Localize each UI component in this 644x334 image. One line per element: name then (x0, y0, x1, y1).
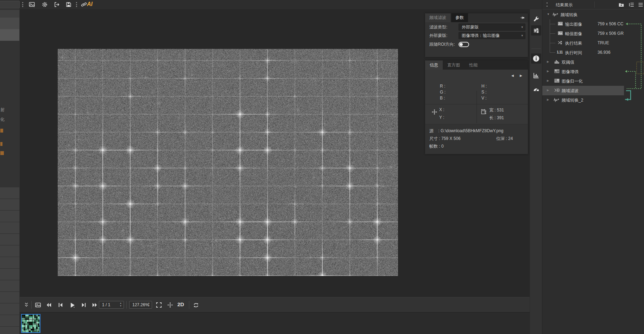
spin-up-icon[interactable]: ▲ (148, 302, 150, 304)
collapse-chevrons-icon[interactable] (23, 302, 30, 309)
sidebar-row[interactable] (0, 315, 19, 327)
tools-wrench-icon[interactable] (531, 14, 541, 24)
expander-closed-icon[interactable]: ▶ (547, 60, 549, 63)
width-label: 宽 : (489, 108, 496, 113)
tree-node-label: 频域转换_2 (562, 97, 583, 103)
tab-info[interactable]: 信息 (425, 60, 443, 70)
spin-up-icon[interactable]: ▲ (120, 302, 122, 304)
tab-parameters[interactable]: 参数 (451, 13, 468, 22)
sidebar-row[interactable] (0, 187, 19, 199)
loop-playback-button[interactable] (192, 302, 200, 309)
filter-type-value: 外部蒙版 (462, 24, 479, 30)
image-list-button[interactable] (35, 302, 42, 309)
height-label: 长 : (489, 115, 496, 120)
previous-frame-button[interactable] (57, 302, 64, 309)
tree-item-value: TRUE (598, 40, 625, 45)
tree-node-freq-transform[interactable]: ▼ 频域转换 (542, 10, 644, 19)
sidebar-row[interactable] (0, 269, 19, 280)
tree-node-double-threshold[interactable]: ▶ 双阈值 (542, 57, 644, 67)
export-button[interactable] (53, 1, 60, 8)
page-left-icon[interactable]: ◀ (511, 74, 514, 77)
filter-type-dropdown[interactable]: 外部蒙版 ▾ (459, 24, 525, 31)
spin-down-icon[interactable]: ▼ (120, 304, 122, 307)
skip-to-end-button[interactable] (91, 302, 99, 309)
sidebar-row[interactable] (0, 211, 19, 222)
tab-histogram[interactable]: 直方图 (443, 60, 465, 70)
sidebar-row[interactable] (0, 245, 19, 257)
tree-item-output-image[interactable]: 输出图像 759 x 506 CC (542, 19, 644, 29)
add-folder-icon[interactable] (618, 2, 624, 8)
param-tab-bar: 频域滤波 参数 (425, 13, 528, 22)
expander-open-icon[interactable]: ▼ (547, 13, 550, 16)
sidebar-row[interactable] (0, 10, 19, 18)
thumbnail-strip (20, 312, 530, 334)
save-button[interactable] (65, 1, 72, 8)
tree-item-exec-result[interactable]: 执行结果 TRUE (542, 38, 644, 48)
page-right-icon[interactable]: ▶ (520, 74, 522, 77)
performance-gauge-icon[interactable] (531, 84, 541, 95)
result-shuffle-icon (558, 40, 563, 45)
image-viewport[interactable]: 1 / 1 ▲▼ 127.26% ▲▼ 2D (20, 9, 530, 334)
expander-closed-icon[interactable]: ▶ (547, 70, 549, 73)
center-crosshair-button[interactable] (167, 302, 174, 309)
sidebar-header-stub (0, 1, 20, 8)
ai-link-icon[interactable] (81, 1, 87, 8)
external-mask-dropdown[interactable]: 图像增强：输出图像 ▾ (459, 32, 525, 39)
sidebar-row[interactable] (0, 222, 19, 234)
tree-node-image-normalize[interactable]: ▶ 图像归一化 (542, 76, 644, 86)
settings-gear-button[interactable] (42, 1, 48, 8)
bit-depth-value: 24 (508, 136, 513, 141)
zoom-level-spinner[interactable]: 127.26% ▲▼ (129, 301, 152, 309)
divider (189, 301, 189, 309)
sidebar-row[interactable] (0, 280, 19, 292)
filter-icon (554, 88, 560, 92)
parameters-sliders-icon[interactable] (531, 25, 541, 36)
menu-icon[interactable] (638, 2, 644, 8)
ai-label[interactable]: AI (87, 1, 93, 7)
external-mask-row: 外部蒙版: 图像增强：输出图像 ▾ (425, 31, 528, 40)
sidebar-row[interactable] (0, 327, 19, 334)
clipped-label: 射 (0, 107, 5, 113)
tree-item-magnitude-image[interactable]: 幅值图像 759 x 506 GR (542, 29, 644, 38)
sidebar-row[interactable] (0, 257, 19, 269)
selected-thumbnail[interactable] (21, 314, 40, 333)
mode-2d-button[interactable]: 2D (177, 301, 184, 307)
drag-handle-icon[interactable] (547, 2, 548, 7)
play-button[interactable] (69, 302, 76, 309)
skip-to-start-button[interactable] (45, 302, 52, 309)
pin-icon[interactable] (520, 15, 525, 20)
expander-closed-icon[interactable]: ▶ (547, 98, 549, 101)
open-image-button[interactable] (29, 1, 35, 8)
sidebar-row[interactable] (0, 199, 19, 211)
histogram-icon[interactable] (531, 70, 541, 81)
collapse-tree-icon[interactable] (629, 2, 634, 8)
sidebar-list (0, 187, 20, 334)
next-frame-button[interactable] (81, 302, 88, 309)
fft-spectrum-image[interactable] (58, 49, 398, 276)
tab-performance[interactable]: 性能 (465, 60, 482, 70)
tree-item-exec-time[interactable]: 1.11 执行时间 36.936 (542, 48, 644, 57)
frame-count-label: 帧数 : (429, 144, 440, 149)
sidebar-row-selected[interactable] (0, 30, 19, 41)
sidebar-row[interactable] (0, 18, 19, 30)
h-label: H : (481, 84, 487, 89)
tab-frequency-filter[interactable]: 频域滤波 (425, 13, 450, 22)
tree-node-image-enhance[interactable]: ▶ 图像增强 (542, 67, 644, 76)
info-circle-icon[interactable] (531, 53, 541, 64)
tree-node-freq-filter[interactable]: ▶ 频域滤波 (542, 86, 624, 95)
sidebar-row[interactable] (0, 292, 19, 303)
filter-type-label: 滤波类型: (429, 24, 447, 30)
expander-closed-icon[interactable]: ▶ (547, 79, 549, 82)
fit-fullscreen-button[interactable] (156, 302, 163, 309)
tree-node-freq-transform-2[interactable]: ▶ 频域转换_2 (542, 95, 644, 105)
frame-number-spinner[interactable]: 1 / 1 ▲▼ (99, 301, 124, 309)
sidebar-row[interactable] (0, 303, 19, 315)
size-row: 尺寸 : 759 X 506 (429, 136, 461, 142)
chevron-down-icon: ▾ (521, 34, 523, 37)
width-value: 531 (497, 108, 504, 113)
divider (476, 91, 477, 123)
follow-roi-toggle[interactable] (459, 42, 469, 47)
expander-closed-icon[interactable]: ▶ (547, 89, 549, 92)
sidebar-row[interactable] (0, 234, 19, 245)
spin-down-icon[interactable]: ▼ (148, 304, 150, 307)
